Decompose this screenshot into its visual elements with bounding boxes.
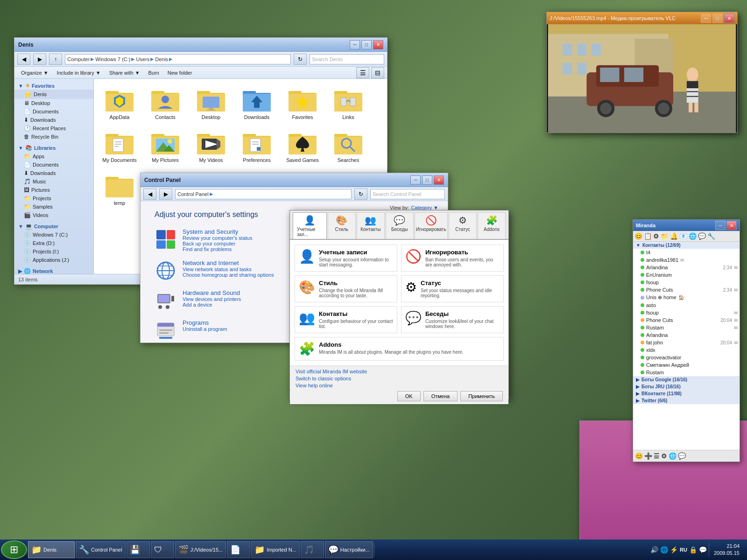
folder-preferences[interactable]: Preferences <box>236 126 278 166</box>
sidebar-item-recycle-bin[interactable]: 🗑 Recycle Bin <box>14 133 93 141</box>
mc-toolbar-icon-3[interactable]: ⚙ <box>653 232 659 240</box>
mc-contact-fsoup-1[interactable]: fsoup <box>633 279 740 286</box>
sidebar-item-music[interactable]: 🎵 Music <box>14 177 93 186</box>
new-folder-button[interactable]: New folder <box>164 69 196 77</box>
mc-toolbar-icon-6[interactable]: 📧 <box>679 232 687 240</box>
mc-contact-fat-john[interactable]: fat john 20:04 ✉ <box>633 339 740 346</box>
ms-card-addons[interactable]: 🧩 Addons Miranda IM is all about plugins… <box>295 337 504 361</box>
search-bar[interactable]: Search Denis <box>310 54 384 64</box>
address-bar[interactable]: Computer ▶ Windows 7 (C:) ▶ Users ▶ Deni… <box>65 54 291 64</box>
organize-menu[interactable]: Organize ▼ <box>17 69 52 77</box>
ms-tab-contacts[interactable]: 👥 Контакты <box>357 212 385 239</box>
cp-back-button[interactable]: ◀ <box>143 189 156 200</box>
tray-icon-3[interactable]: ⚡ <box>670 546 678 553</box>
sidebar-item-desktop[interactable]: 🖥 Desktop <box>14 99 93 107</box>
mc-contact-phonecuts-1[interactable]: Phone Cuts 2:34 ✉ <box>633 286 740 294</box>
clock-area[interactable]: 21:04 2009.05.15 <box>711 543 742 557</box>
tray-icon-1[interactable]: 🔊 <box>650 546 658 553</box>
cp-search-bar[interactable]: Search Control Panel <box>370 189 445 199</box>
folder-favorites[interactable]: Favorites <box>282 84 324 123</box>
ms-card-ignore[interactable]: 🚫 Игнорировать Ban those users and event… <box>401 245 504 272</box>
taskbar-btn-denis[interactable]: 📁 Denis <box>28 541 75 558</box>
mc-group-google-bots[interactable]: ▶ Боты Google (16/16) <box>633 376 740 383</box>
ms-card-style[interactable]: 🎨 Стиль Change the look of Miranda IM ac… <box>295 275 397 302</box>
favorites-header[interactable]: ▼ ★ Favorites <box>14 81 93 90</box>
cp-minimize-button[interactable]: ─ <box>410 175 421 185</box>
cp-close-button[interactable]: ✕ <box>434 175 444 185</box>
include-library-menu[interactable]: Include in library ▼ <box>53 69 105 77</box>
mc-contact-enuranim[interactable]: EnUranium <box>633 271 740 279</box>
ms-link-help[interactable]: View help online <box>296 383 503 388</box>
tray-icon-2[interactable]: 🌐 <box>660 546 668 553</box>
mc-footer-add-icon[interactable]: ➕ <box>644 452 652 460</box>
sidebar-item-lib-downloads[interactable]: ⬇ Downloads <box>14 169 93 177</box>
mc-contact-xldx[interactable]: xldx <box>633 346 740 354</box>
forward-button[interactable]: ▶ <box>33 54 46 65</box>
ms-tab-accounts[interactable]: 👤 Учетные зап... <box>293 212 327 239</box>
mc-footer-network-icon[interactable]: 🌐 <box>669 452 677 460</box>
tray-icon-5[interactable]: 💬 <box>699 546 707 553</box>
sidebar-item-videos[interactable]: 🎬 Videos <box>14 211 93 219</box>
sidebar-item-documents[interactable]: 📄 Documents <box>14 107 93 116</box>
mc-toolbar-icon-5[interactable]: 🔔 <box>670 232 678 240</box>
mc-group-vkontakte[interactable]: ▶ ВКонтакте (11/98) <box>633 390 740 397</box>
ms-tab-status[interactable]: ⚙ Статус <box>449 212 477 239</box>
cp-forward-button[interactable]: ▶ <box>159 189 172 200</box>
back-button[interactable]: ◀ <box>17 54 30 65</box>
taskbar-btn-vlc[interactable]: 🎬 J:/Videos/15... <box>175 541 226 558</box>
ms-apply-button[interactable]: Применить <box>460 391 503 401</box>
taskbar-btn-4[interactable]: 🛡 <box>151 541 174 558</box>
taskbar-btn-3[interactable]: 💾 <box>127 541 150 558</box>
cp-maximize-button[interactable]: □ <box>422 175 432 185</box>
mc-contact-rustam-2[interactable]: Rustam <box>633 369 740 376</box>
mc-contact-unis-home[interactable]: Unis ⊕ home 🏠 <box>633 294 740 301</box>
mc-contact-arlandina[interactable]: Arlandina 2:34 ✉ <box>633 264 740 271</box>
sidebar-item-downloads[interactable]: ⬇ Downloads <box>14 116 93 124</box>
share-with-menu[interactable]: Share with ▼ <box>106 69 144 77</box>
burn-button[interactable]: Burn <box>145 69 163 77</box>
ms-tab-chats[interactable]: 💬 Беседы <box>386 212 414 239</box>
sidebar-item-c-drive[interactable]: 💿 Windows 7 (C:) <box>14 231 93 239</box>
refresh-button[interactable]: ↻ <box>294 54 307 65</box>
mc-group-twitter[interactable]: ▶ Twitter (6/6) <box>633 397 740 404</box>
ms-cancel-button[interactable]: Отмена <box>423 391 458 401</box>
vlc-maximize-button[interactable]: □ <box>712 14 723 23</box>
ms-ok-button[interactable]: OK <box>397 391 421 401</box>
taskbar-btn-8[interactable]: 🎵 <box>301 541 324 558</box>
mc-contact-rustam-1[interactable]: Rustam ✉ <box>633 324 740 331</box>
folder-links[interactable]: Links <box>327 84 369 123</box>
taskbar-btn-miranda-settings[interactable]: 💬 Настройки... <box>325 541 373 558</box>
ms-tab-addons[interactable]: 🧩 Addons <box>478 212 506 239</box>
sidebar-item-samples[interactable]: 📁 Samples <box>14 203 93 211</box>
mc-contact-phonecuts-2[interactable]: Phone Cuts 20:04 ✉ <box>633 316 740 324</box>
mc-contact-andreilka[interactable]: andreilka1981 ✉ <box>633 256 740 264</box>
folder-desktop[interactable]: Desktop <box>190 84 232 123</box>
network-internet-link[interactable]: Network and Internet <box>183 259 239 266</box>
start-button[interactable]: ⊞ <box>1 540 27 559</box>
sidebar-item-denis[interactable]: ⭐ Denis <box>14 90 93 99</box>
mc-contact-asto[interactable]: asto <box>633 301 740 309</box>
vlc-minimize-button[interactable]: ─ <box>701 14 711 23</box>
sidebar-item-lib-documents[interactable]: 📄 Documents <box>14 161 93 169</box>
mc-minimize-button[interactable]: ─ <box>715 221 726 230</box>
sidebar-item-apps[interactable]: 📁 Apps <box>14 152 93 161</box>
up-button[interactable]: ↑ <box>49 54 62 65</box>
ms-card-chats[interactable]: 💬 Беседы Customize look&feel of your cha… <box>401 306 504 333</box>
programs-link[interactable]: Programs <box>183 319 209 326</box>
mc-footer-settings-icon[interactable]: ⚙ <box>661 452 667 460</box>
folder-searches[interactable]: Searches <box>327 126 369 166</box>
sidebar-item-pictures[interactable]: 🖼 Pictures <box>14 186 93 194</box>
ms-card-status[interactable]: ⚙ Статус Set your status messages and id… <box>401 275 504 302</box>
mc-toolbar-icon-2[interactable]: 📋 <box>644 232 652 240</box>
mc-toolbar-icon-7[interactable]: 🌐 <box>689 232 697 240</box>
folder-my-videos[interactable]: My Videos <box>190 126 232 166</box>
folder-my-pictures[interactable]: My Pictures <box>144 126 186 166</box>
tray-icon-4[interactable]: 🔒 <box>689 546 697 553</box>
folder-my-documents[interactable]: My Documents <box>99 126 141 166</box>
ms-link-classic[interactable]: Switch to classic options <box>296 376 503 381</box>
taskbar-btn-imported[interactable]: 📁 Imported N... <box>251 541 300 558</box>
mc-close-button[interactable]: ✕ <box>726 221 737 230</box>
sidebar-item-i-drive[interactable]: 💿 Projects (I:) <box>14 247 93 256</box>
ms-card-accounts[interactable]: 👤 Учетные записи Setup your account info… <box>295 245 397 272</box>
mc-contact-smetanin[interactable]: Сметанин Андрей <box>633 361 740 369</box>
